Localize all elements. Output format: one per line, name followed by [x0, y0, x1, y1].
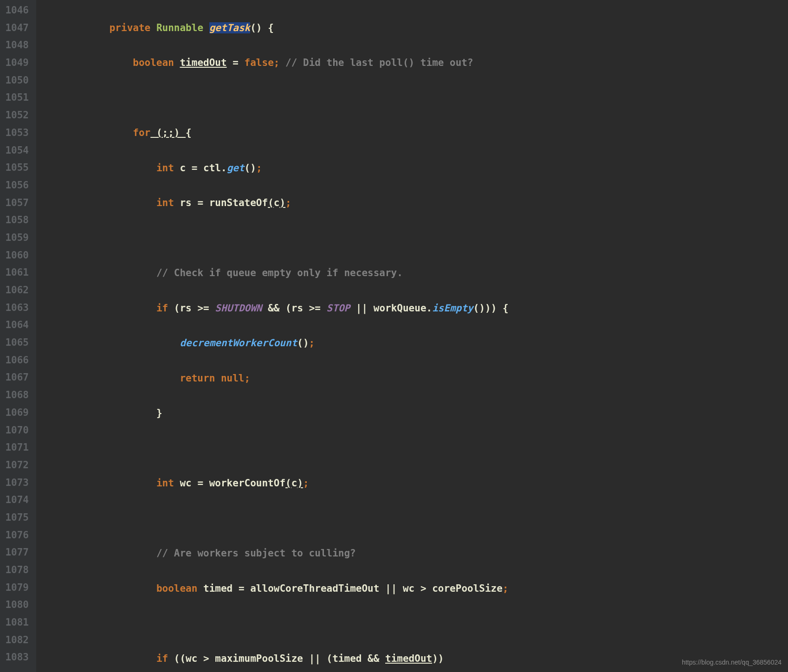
line-number: 1049	[4, 54, 29, 72]
code-line[interactable]: boolean timed = allowCoreThreadTimeOut |…	[39, 580, 788, 598]
line-number: 1056	[4, 177, 29, 194]
code-editor: 1046 1047 1048 1049 1050 1051 1052 1053 …	[0, 0, 788, 672]
code-line[interactable]: int wc = workerCountOf(c);	[39, 475, 788, 492]
line-number: 1060	[4, 247, 29, 265]
line-number: 1079	[4, 579, 29, 597]
line-number: 1069	[4, 404, 29, 422]
line-number: 1066	[4, 352, 29, 369]
line-number: 1082	[4, 632, 29, 649]
line-number: 1046	[4, 2, 29, 19]
line-number: 1055	[4, 159, 29, 177]
line-number: 1053	[4, 124, 29, 142]
line-number: 1063	[4, 299, 29, 317]
line-number: 1070	[4, 422, 29, 439]
code-line[interactable]: return null;	[39, 370, 788, 388]
line-number: 1081	[4, 614, 29, 632]
code-line[interactable]	[39, 510, 788, 528]
line-number: 1051	[4, 89, 29, 107]
line-number: 1078	[4, 562, 29, 579]
line-number: 1083	[4, 649, 29, 666]
line-number: 1062	[4, 282, 29, 299]
line-number: 1047	[4, 19, 29, 37]
line-number: 1052	[4, 107, 29, 124]
code-line[interactable]: // Are workers subject to culling?	[39, 545, 788, 562]
line-number: 1071	[4, 439, 29, 457]
code-line[interactable]: private Runnable getTask() {	[39, 19, 788, 37]
line-number: 1058	[4, 212, 29, 229]
code-line[interactable]	[39, 440, 788, 458]
code-line[interactable]: boolean timedOut = false; // Did the las…	[39, 54, 788, 72]
code-line[interactable]: decrementWorkerCount();	[39, 335, 788, 352]
line-number: 1074	[4, 491, 29, 509]
watermark: https://blog.csdn.net/qq_36856024	[682, 657, 782, 668]
line-number: 1050	[4, 72, 29, 90]
code-line[interactable]: int c = ctl.get();	[39, 160, 788, 177]
line-number: 1073	[4, 474, 29, 492]
code-area[interactable]: private Runnable getTask() { boolean tim…	[36, 0, 788, 672]
line-number: 1064	[4, 317, 29, 334]
code-line[interactable]: // Check if queue empty only if necessar…	[39, 265, 788, 282]
line-number: 1054	[4, 142, 29, 160]
code-line[interactable]	[39, 230, 788, 247]
line-number: 1080	[4, 596, 29, 614]
line-number: 1068	[4, 387, 29, 404]
code-line[interactable]: for (;;) {	[39, 124, 788, 142]
line-number: 1072	[4, 457, 29, 474]
line-number-gutter: 1046 1047 1048 1049 1050 1051 1052 1053 …	[0, 0, 36, 672]
line-number: 1065	[4, 334, 29, 352]
code-line[interactable]	[39, 615, 788, 633]
code-line[interactable]	[39, 90, 788, 107]
line-number: 1077	[4, 544, 29, 562]
code-line[interactable]: }	[39, 405, 788, 422]
line-number: 1067	[4, 369, 29, 387]
code-line[interactable]: if ((wc > maximumPoolSize || (timed && t…	[39, 650, 788, 668]
line-number: 1061	[4, 264, 29, 282]
line-number: 1076	[4, 527, 29, 544]
line-number: 1048	[4, 37, 29, 54]
line-number: 1057	[4, 194, 29, 212]
code-line[interactable]: int rs = runStateOf(c);	[39, 194, 788, 212]
code-line[interactable]: if (rs >= SHUTDOWN && (rs >= STOP || wor…	[39, 300, 788, 317]
line-number: 1075	[4, 509, 29, 527]
line-number: 1059	[4, 229, 29, 247]
